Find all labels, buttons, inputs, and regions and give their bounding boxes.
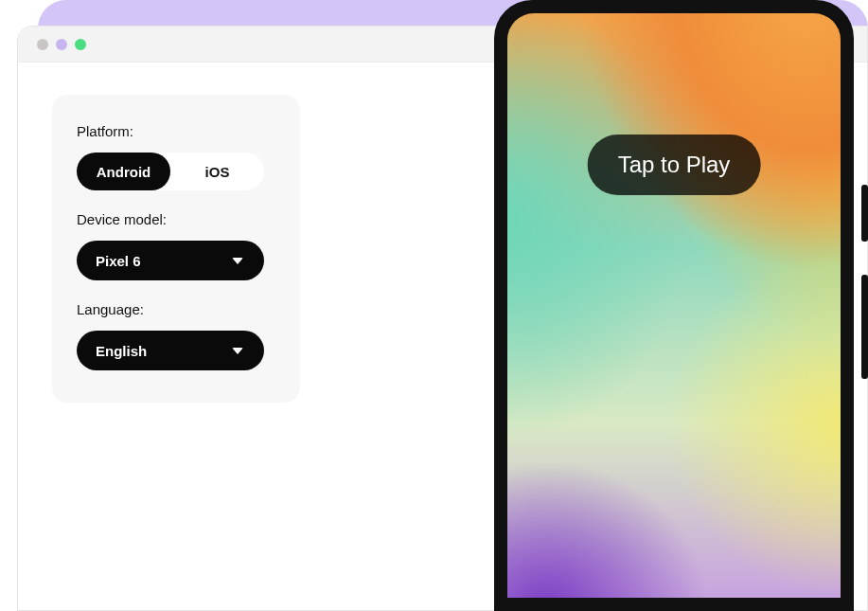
chevron-down-icon bbox=[232, 258, 243, 264]
device-label: Device model: bbox=[77, 211, 275, 227]
chevron-down-icon bbox=[232, 348, 243, 354]
phone-power-button bbox=[861, 185, 868, 242]
platform-label: Platform: bbox=[77, 123, 275, 139]
platform-segmented: Android iOS bbox=[77, 153, 264, 190]
phone-screen[interactable]: Tap to Play bbox=[507, 13, 841, 598]
device-dropdown[interactable]: Pixel 6 bbox=[77, 241, 264, 280]
platform-option-ios[interactable]: iOS bbox=[170, 153, 264, 190]
phone-volume-button bbox=[861, 275, 868, 379]
language-selected-value: English bbox=[96, 343, 147, 359]
language-dropdown[interactable]: English bbox=[77, 331, 264, 370]
phone-frame: Tap to Play bbox=[494, 0, 854, 611]
window-maximize-dot[interactable] bbox=[75, 39, 86, 50]
device-selected-value: Pixel 6 bbox=[96, 253, 141, 269]
tap-to-play-button[interactable]: Tap to Play bbox=[588, 135, 761, 195]
platform-option-android[interactable]: Android bbox=[77, 153, 170, 190]
window-minimize-dot[interactable] bbox=[56, 39, 67, 50]
language-label: Language: bbox=[77, 301, 275, 317]
device-preview: Tap to Play bbox=[494, 0, 868, 611]
config-panel: Platform: Android iOS Device model: Pixe… bbox=[52, 95, 300, 403]
window-close-dot[interactable] bbox=[37, 39, 48, 50]
